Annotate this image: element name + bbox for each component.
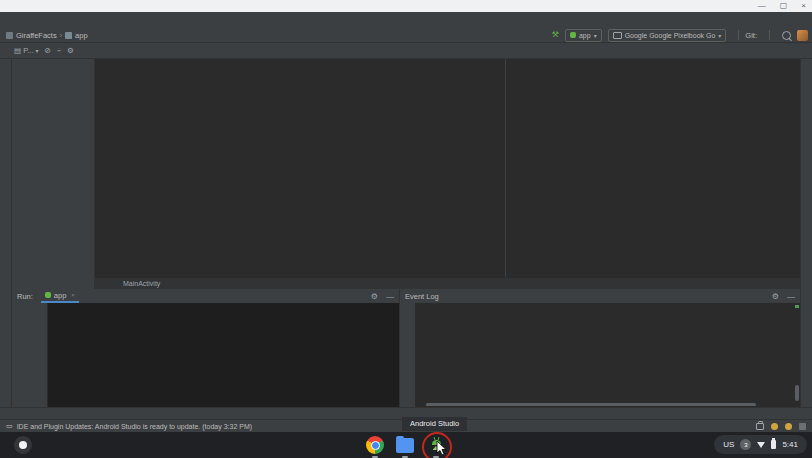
lock-icon[interactable] bbox=[756, 423, 764, 430]
gear-icon[interactable]: ⚙ bbox=[772, 292, 779, 301]
project-tree bbox=[12, 59, 95, 289]
maximize-icon[interactable]: ▢ bbox=[780, 0, 788, 12]
status-message[interactable]: IDE and Plugin Updates: Android Studio i… bbox=[17, 423, 252, 430]
android-studio-window: — ▢ × GiraffeFacts › app ⚒ app ▾ Google … bbox=[0, 0, 812, 458]
editor-breadcrumb[interactable]: MainActivity bbox=[95, 277, 800, 289]
close-icon[interactable]: × bbox=[801, 0, 806, 12]
device-icon bbox=[613, 32, 622, 39]
chromeos-shelf: US 3 5:41 bbox=[0, 432, 812, 458]
separator bbox=[769, 30, 770, 40]
breadcrumb: GiraffeFacts › app bbox=[6, 27, 88, 43]
run-console[interactable] bbox=[12, 303, 399, 407]
run-config-label: app bbox=[579, 32, 591, 39]
wifi-icon bbox=[757, 442, 765, 448]
clock: 5:41 bbox=[782, 440, 798, 449]
run-tool-window: Run: app × ⚙ — bbox=[12, 289, 400, 407]
separator bbox=[738, 30, 739, 40]
notification-badge: 3 bbox=[740, 439, 751, 450]
build-hammer-icon[interactable]: ⚒ bbox=[552, 28, 559, 42]
minimize-icon[interactable]: — bbox=[386, 292, 394, 301]
files-app-icon[interactable] bbox=[396, 436, 414, 454]
event-log-panel: Event Log ⚙ — bbox=[400, 289, 800, 407]
notifications-icon[interactable] bbox=[799, 423, 806, 430]
horizontal-scrollbar[interactable] bbox=[426, 403, 756, 406]
keyboard-layout: US bbox=[723, 440, 734, 449]
project-icon bbox=[6, 32, 13, 39]
chrome-app-icon[interactable] bbox=[366, 436, 384, 454]
gear-icon[interactable]: ⚙ bbox=[371, 292, 378, 301]
gear-icon[interactable]: ⚙ bbox=[67, 46, 74, 55]
highlighting-level-icon[interactable] bbox=[771, 423, 778, 430]
right-toolwindow-strip bbox=[800, 59, 812, 407]
search-icon[interactable] bbox=[782, 31, 791, 40]
event-log-title: Event Log bbox=[405, 292, 439, 301]
folder-icon bbox=[65, 32, 72, 39]
device-label: Google Google Pixelbook Go bbox=[625, 32, 716, 39]
minimize-icon[interactable]: — bbox=[787, 292, 795, 301]
main-toolbar: GiraffeFacts › app ⚒ app ▾ Google Google… bbox=[0, 27, 812, 43]
system-tray[interactable]: US 3 5:41 bbox=[714, 435, 807, 454]
event-log-toolbar bbox=[400, 303, 416, 407]
user-avatar[interactable] bbox=[797, 30, 808, 41]
battery-icon bbox=[771, 440, 776, 449]
device-dropdown[interactable]: Google Google Pixelbook Go ▾ bbox=[608, 29, 727, 42]
tooltip: Android Studio bbox=[402, 417, 467, 431]
event-log-list[interactable] bbox=[416, 303, 800, 407]
run-toolbar bbox=[12, 303, 48, 407]
close-icon[interactable]: × bbox=[71, 292, 75, 298]
mouse-cursor bbox=[436, 441, 447, 456]
breadcrumb-project[interactable]: GiraffeFacts bbox=[16, 31, 57, 40]
chevron-down-icon: ▾ bbox=[594, 32, 597, 39]
collapse-all-icon[interactable]: ⊘ bbox=[45, 46, 51, 55]
wrap-guide bbox=[505, 59, 506, 277]
run-panel-title: Run: bbox=[17, 292, 33, 301]
minimize-icon[interactable]: — bbox=[758, 0, 766, 12]
run-config-dropdown[interactable]: app ▾ bbox=[565, 29, 602, 42]
android-icon bbox=[570, 32, 576, 38]
message-icon: ▭ bbox=[6, 422, 13, 430]
chevron-down-icon: ▾ bbox=[718, 32, 721, 39]
android-icon bbox=[45, 292, 51, 298]
menu-bar bbox=[0, 12, 812, 27]
window-titlebar: — ▢ × bbox=[0, 0, 812, 12]
memory-indicator-icon[interactable] bbox=[785, 423, 792, 430]
vertical-scrollbar[interactable] bbox=[795, 305, 799, 405]
breadcrumb-module[interactable]: app bbox=[75, 31, 88, 40]
left-toolwindow-strip bbox=[0, 59, 12, 407]
scroll-to-source-icon[interactable]: ÷ bbox=[57, 46, 61, 55]
run-tab-app[interactable]: app × bbox=[41, 289, 79, 303]
chevron-right-icon: › bbox=[60, 32, 62, 39]
editor-tab-bar: ▤ P... ▾ ⊘ ÷ ⚙ bbox=[0, 43, 812, 59]
project-view-dropdown[interactable]: ▤ P... ▾ bbox=[14, 46, 39, 55]
launcher-button[interactable] bbox=[14, 436, 32, 454]
code-editor[interactable] bbox=[95, 59, 800, 277]
git-label: Git: bbox=[745, 31, 757, 40]
